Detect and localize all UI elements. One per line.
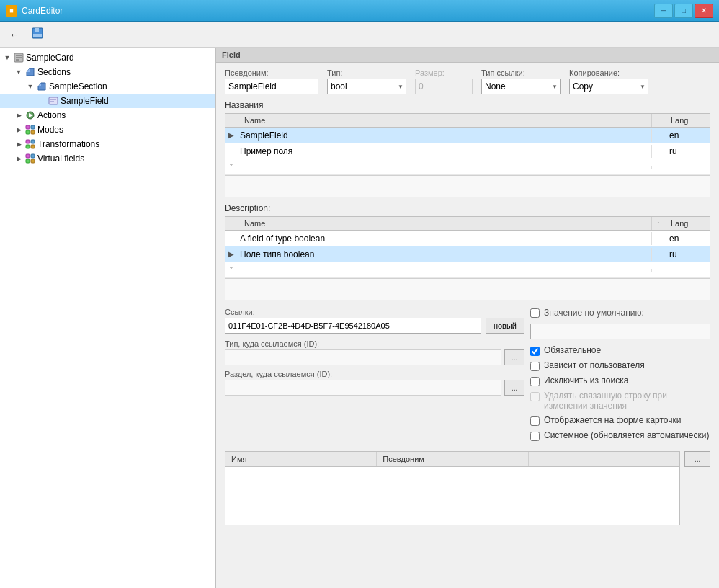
- bottom-col-extra: [529, 456, 679, 462]
- transformations-icon: [24, 138, 36, 150]
- save-button[interactable]: [27, 24, 48, 45]
- type-label: Тип:: [327, 68, 406, 77]
- svg-rect-23: [31, 145, 35, 148]
- delete-linked-checkbox[interactable]: [530, 392, 540, 401]
- link-type-target-input[interactable]: [225, 349, 501, 365]
- bottom-col-name: Имя: [225, 452, 377, 466]
- field-header: Field: [216, 48, 719, 63]
- description-table: Name ↑ Lang A field of type boolean en ▶…: [225, 216, 710, 300]
- tree-item-sections[interactable]: ▼ Sections: [0, 65, 215, 79]
- type-select[interactable]: bool string int datetime: [327, 79, 406, 94]
- desc-col-name: Name: [240, 217, 652, 230]
- names-row-1[interactable]: ▶ SampleField en: [225, 128, 710, 143]
- system-auto-checkbox[interactable]: [530, 432, 540, 441]
- tree-item-modes[interactable]: ▶ Modes: [0, 122, 215, 137]
- svg-rect-25: [31, 154, 35, 158]
- svg-rect-16: [26, 125, 30, 129]
- names-col-lang: Lang: [666, 114, 710, 127]
- size-label: Размер:: [415, 68, 473, 77]
- pseudonym-input[interactable]: [225, 79, 318, 94]
- tree-item-label: SampleCard: [26, 53, 74, 63]
- expand-icon: ▼: [24, 81, 36, 92]
- tree-item-samplefield[interactable]: SampleField: [0, 94, 215, 108]
- app-icon: ■: [6, 5, 17, 17]
- delete-linked-label: Удалять связанную строку при изменении з…: [544, 391, 710, 411]
- user-dependent-label: Зависит от пользователя: [544, 360, 645, 370]
- exclude-search-checkbox[interactable]: [530, 377, 540, 386]
- links-input[interactable]: [225, 318, 481, 334]
- svg-rect-17: [31, 125, 35, 129]
- tree-item-actions[interactable]: ▶ Actions: [0, 108, 215, 122]
- required-checkbox[interactable]: [530, 347, 540, 356]
- svg-rect-24: [26, 154, 30, 158]
- user-dependent-checkbox[interactable]: [530, 362, 540, 371]
- svg-rect-21: [31, 140, 35, 143]
- desc-row-2[interactable]: ▶ Поле типа boolean ru: [225, 246, 710, 262]
- system-auto-label: Системное (обновляется автоматически): [544, 430, 709, 440]
- link-type-select[interactable]: None Card Section: [481, 79, 561, 94]
- names-table-footer: [225, 175, 710, 197]
- tree-item-transformations[interactable]: ▶ Transformations: [0, 137, 215, 151]
- default-value-label: Значение по умолчанию:: [544, 308, 644, 318]
- tree-item-label: Sections: [37, 67, 71, 77]
- new-button[interactable]: новый: [486, 318, 524, 334]
- links-label: Ссылки:: [225, 308, 524, 316]
- link-type-target-label: Тип, куда ссылаемся (ID):: [225, 339, 524, 348]
- svg-rect-26: [26, 159, 30, 163]
- expand-icon: [36, 95, 48, 107]
- names-section-label: Названия: [225, 100, 710, 110]
- description-section-label: Description:: [225, 203, 710, 213]
- save-icon: [31, 27, 44, 42]
- copy-label: Копирование:: [569, 68, 648, 77]
- required-label: Обязательное: [544, 345, 601, 355]
- bottom-table-body: [225, 467, 679, 525]
- tree-item-label: Modes: [37, 125, 63, 135]
- tree-item-label: Transformations: [37, 139, 99, 149]
- desc-row-1[interactable]: A field of type boolean en: [225, 231, 710, 246]
- minimize-button[interactable]: ─: [654, 4, 673, 18]
- tree-item-samplecard[interactable]: ▼ SampleCard: [0, 50, 215, 65]
- tree-item-virtualfields[interactable]: ▶ Virtual fields: [0, 151, 215, 166]
- names-col-name: Name: [240, 114, 652, 127]
- svg-rect-18: [26, 130, 30, 134]
- names-col-sort: [652, 114, 666, 127]
- desc-row-new[interactable]: *: [225, 262, 710, 278]
- link-type-target-dots[interactable]: ...: [504, 349, 524, 365]
- section-target-input[interactable]: [225, 380, 501, 396]
- tree-item-label: SampleSection: [49, 81, 107, 92]
- section-target-label: Раздел, куда ссылаемся (ID):: [225, 370, 524, 378]
- show-on-card-checkbox[interactable]: [530, 416, 540, 426]
- bottom-table-dots-button[interactable]: ...: [684, 451, 710, 467]
- toolbar: ←: [0, 22, 719, 48]
- link-type-label: Тип ссылки:: [481, 68, 561, 77]
- field-icon: [48, 95, 59, 107]
- section-group-icon: [24, 66, 36, 78]
- virtual-icon: [24, 153, 36, 164]
- section-icon: [36, 81, 48, 92]
- size-input[interactable]: [415, 79, 473, 94]
- pseudonym-label: Псевдоним:: [225, 68, 318, 77]
- svg-rect-27: [31, 159, 35, 163]
- back-icon: ←: [9, 29, 19, 40]
- svg-rect-19: [31, 130, 35, 134]
- tree-item-label: SampleField: [61, 96, 109, 106]
- restore-button[interactable]: □: [674, 4, 693, 18]
- expand-icon: ▼: [13, 66, 24, 78]
- section-target-dots[interactable]: ...: [504, 380, 524, 396]
- exclude-search-label: Исключить из поиска: [544, 375, 628, 386]
- show-on-card-label: Отображается на форме карточки: [544, 415, 681, 425]
- modes-icon: [24, 124, 36, 135]
- names-row-new[interactable]: *: [225, 159, 710, 175]
- svg-rect-1: [35, 28, 39, 32]
- close-button[interactable]: ✕: [695, 4, 713, 18]
- copy-select[interactable]: Copy None Clear: [569, 79, 648, 94]
- names-row-2[interactable]: Пример поля ru: [225, 143, 710, 159]
- tree-item-samplesection[interactable]: ▼ SampleSection: [0, 79, 215, 94]
- card-icon: [13, 52, 24, 63]
- expand-icon: ▶: [13, 138, 24, 150]
- default-value-checkbox[interactable]: [530, 308, 540, 318]
- default-value-input[interactable]: [530, 324, 710, 339]
- back-button[interactable]: ←: [4, 24, 24, 45]
- expand-icon: ▶: [13, 153, 24, 164]
- expand-icon: ▶: [13, 124, 24, 135]
